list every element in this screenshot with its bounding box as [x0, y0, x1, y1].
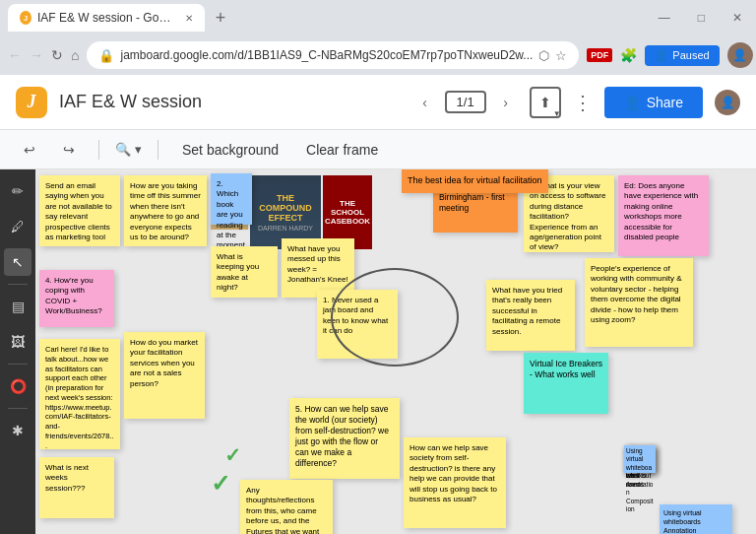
logo-letter: J: [28, 92, 36, 112]
header-actions: ⬆ ▼ ⋮ 👤 Share 👤: [530, 87, 740, 118]
tab-bar: J IAF E& W session - Google Jamb... ✕ + …: [0, 0, 756, 35]
select-tool-button[interactable]: ↖: [4, 248, 32, 276]
tab-favicon: J: [20, 11, 32, 25]
toolbar-divider: [98, 140, 99, 160]
app-logo: J: [16, 87, 47, 118]
sticky-note[interactable]: Any thoughts/reflections from this, who …: [240, 480, 333, 534]
forward-button[interactable]: →: [30, 41, 43, 69]
tiny-sticky[interactable]: Using virtual whiteboards Annotation Com…: [624, 445, 656, 473]
sticky-note[interactable]: What have you tried that's really been s…: [486, 280, 575, 351]
clear-frame-button[interactable]: Clear frame: [298, 138, 386, 162]
prev-frame-button[interactable]: ‹: [413, 91, 437, 114]
green-checkmark: ✓: [224, 443, 241, 467]
upload-icon: ⬆: [539, 95, 551, 110]
tool-divider: [8, 284, 28, 285]
maximize-button[interactable]: □: [692, 9, 711, 27]
sticky-note[interactable]: Ed: Does anyone have experience with mak…: [618, 175, 709, 256]
minimize-button[interactable]: —: [653, 9, 676, 27]
checkmark: ✓: [211, 470, 230, 498]
zoom-control[interactable]: 🔍 ▾: [115, 142, 142, 157]
reload-button[interactable]: ↻: [51, 41, 63, 69]
image-tool-button[interactable]: 🖼: [4, 328, 32, 356]
sticky-note[interactable]: 1. Never used a jam board and keen to kn…: [317, 290, 398, 359]
set-background-button[interactable]: Set background: [174, 138, 286, 162]
laser-tool-button[interactable]: ✱: [4, 417, 32, 444]
url-text: jamboard.google.com/d/1BB1IAS9_C-NBaRMgS…: [120, 48, 533, 62]
tab-close-button[interactable]: ✕: [185, 13, 193, 24]
new-tab-button[interactable]: +: [209, 6, 232, 30]
sticky-note[interactable]: Virtual Ice Breakers - What works well: [524, 353, 608, 414]
tab-title: IAF E& W session - Google Jamb...: [37, 11, 175, 25]
user-avatar[interactable]: 👤: [727, 42, 753, 68]
star-icon[interactable]: ☆: [555, 48, 567, 63]
sticky-note[interactable]: Carl here! I'd like to talk about...how …: [39, 339, 120, 449]
marker-tool-button[interactable]: 🖊: [4, 213, 32, 240]
home-button[interactable]: ⌂: [71, 41, 79, 69]
drawing-toolbar: ↩ ↪ 🔍 ▾ Set background Clear frame: [0, 130, 756, 169]
sticky-note[interactable]: Using virtual whiteboards Annotation: [660, 504, 732, 534]
cast-icon[interactable]: ⬡: [538, 48, 549, 63]
redo-button[interactable]: ↪: [55, 136, 83, 164]
sticky-note-tool-button[interactable]: ▤: [4, 293, 32, 320]
sticky-note[interactable]: Send an email saying when you are not av…: [39, 175, 120, 246]
zoom-icon: 🔍: [115, 142, 131, 157]
app-title: IAF E& W session: [59, 92, 402, 112]
share-button[interactable]: 👤 Share: [604, 87, 703, 118]
frame-navigation: ‹ 1/1 ›: [413, 91, 518, 114]
app-user-avatar[interactable]: 👤: [715, 90, 740, 115]
toolbar-divider-2: [158, 140, 158, 160]
lock-icon: 🔒: [98, 48, 114, 63]
share-label: Share: [647, 95, 683, 110]
paused-icon: 👤: [655, 49, 668, 62]
upload-dropdown-icon: ▼: [553, 109, 561, 118]
frame-total: 1: [467, 95, 473, 109]
next-frame-button[interactable]: ›: [494, 91, 518, 114]
upload-button[interactable]: ⬆ ▼: [530, 87, 561, 118]
canvas-area: ✏ 🖊 ↖ ▤ 🖼 ⭕ ✱ Send an email saying when …: [0, 169, 756, 534]
browser-actions: PDF 🧩 👤 Paused 👤 ⋮: [587, 42, 756, 68]
sticky-note[interactable]: How are you taking time off this summer …: [124, 175, 207, 246]
shape-tool-button[interactable]: ⭕: [4, 372, 32, 400]
app-more-button[interactable]: ⋮: [573, 91, 593, 114]
address-actions: ⬡ ☆: [538, 48, 567, 63]
share-icon: 👤: [624, 95, 641, 110]
window-controls: — □ ✕: [653, 9, 748, 27]
paused-label: Paused: [672, 49, 709, 61]
sticky-note[interactable]: People's experience of working with comm…: [585, 258, 693, 347]
paused-button[interactable]: 👤 Paused: [645, 45, 719, 66]
sticky-note[interactable]: What have you messed up this week? = Jon…: [282, 238, 354, 298]
zoom-dropdown-icon: ▾: [135, 142, 142, 157]
back-button[interactable]: ←: [8, 41, 22, 69]
pen-tool-button[interactable]: ✏: [4, 177, 32, 205]
left-toolbar: ✏ 🖊 ↖ ▤ 🖼 ⭕ ✱: [0, 169, 35, 534]
tool-divider-2: [8, 364, 28, 365]
pdf-extension-icon[interactable]: PDF: [587, 48, 612, 62]
sticky-note[interactable]: How can we help save society from self-d…: [404, 437, 506, 528]
sticky-note[interactable]: The best idea for virtual facilitation: [402, 169, 548, 193]
sticky-note[interactable]: 5. How can we help save the world (our s…: [289, 398, 400, 479]
sticky-note[interactable]: 2. Which book are you reading at the mom…: [211, 173, 252, 225]
frame-current: 1: [457, 95, 464, 109]
sticky-note[interactable]: What is keeping you awake at night?: [211, 246, 278, 298]
tool-divider-3: [8, 408, 28, 409]
sticky-note[interactable]: What is next weeks session???: [39, 457, 114, 518]
frame-indicator: 1/1: [445, 91, 486, 113]
jamboard-canvas: Send an email saying when you are not av…: [35, 169, 756, 534]
active-tab[interactable]: J IAF E& W session - Google Jamb... ✕: [8, 4, 205, 32]
close-button[interactable]: ✕: [726, 9, 748, 27]
undo-button[interactable]: ↩: [16, 136, 43, 164]
puzzle-icon[interactable]: 🧩: [620, 47, 637, 63]
app-header: J IAF E& W session ‹ 1/1 › ⬆ ▼ ⋮ 👤 Share…: [0, 75, 756, 130]
address-bar: ← → ↻ ⌂ 🔒 jamboard.google.com/d/1BB1IAS9…: [0, 35, 756, 75]
sticky-note[interactable]: 4. How're you coping with COVID + Work/B…: [39, 270, 114, 327]
sticky-note[interactable]: How do you market your facilitation serv…: [124, 332, 205, 419]
url-bar[interactable]: 🔒 jamboard.google.com/d/1BB1IAS9_C-NBaRM…: [87, 41, 579, 69]
browser-chrome: J IAF E& W session - Google Jamb... ✕ + …: [0, 0, 756, 75]
